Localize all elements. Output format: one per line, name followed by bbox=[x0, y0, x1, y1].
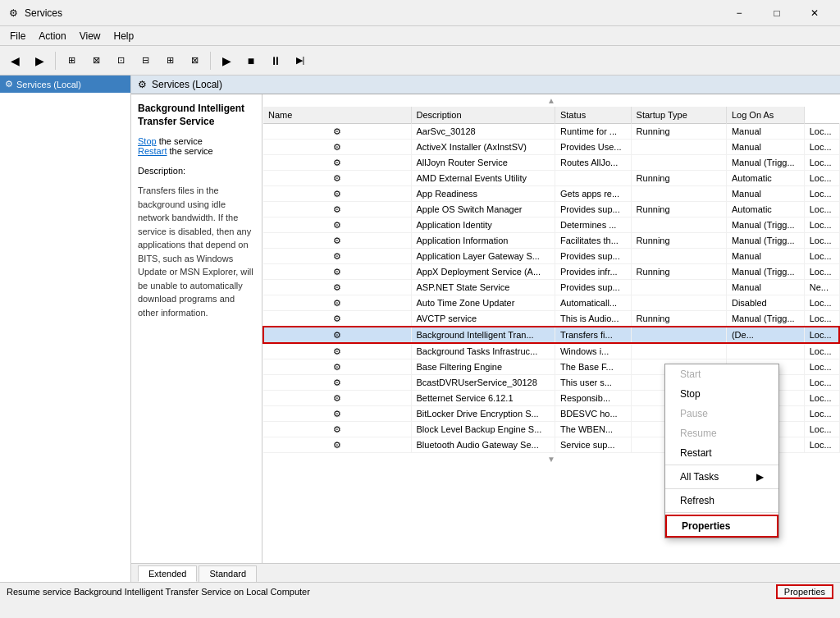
table-row[interactable]: ⚙ AllJoyn Router Service Routes AllJo...… bbox=[263, 155, 839, 171]
service-status bbox=[631, 343, 726, 359]
service-desc: Transfers fi... bbox=[555, 327, 631, 343]
service-desc: The Base F... bbox=[555, 359, 631, 375]
restart-button[interactable]: ▶| bbox=[289, 49, 312, 72]
service-startup: Manual (Trigg... bbox=[726, 155, 804, 171]
service-startup: (De... bbox=[726, 327, 804, 343]
service-startup: Automatic bbox=[726, 171, 804, 186]
table-row[interactable]: ⚙ Application Identity Determines ... Ma… bbox=[263, 217, 839, 233]
service-name: AMD External Events Utility bbox=[411, 171, 555, 186]
service-startup: Manual bbox=[726, 124, 804, 140]
toolbar-btn-4[interactable]: ⊟ bbox=[134, 49, 157, 72]
service-desc: Responsib... bbox=[555, 391, 631, 406]
service-desc: Gets apps re... bbox=[555, 186, 631, 202]
service-logon: Loc... bbox=[804, 391, 839, 406]
menu-action[interactable]: Action bbox=[32, 29, 72, 43]
table-row[interactable]: ⚙ Apple OS Switch Manager Provides sup..… bbox=[263, 202, 839, 217]
restart-link[interactable]: Restart bbox=[138, 146, 167, 156]
ctx-all-tasks[interactable]: All Tasks ▶ bbox=[665, 467, 778, 487]
title-bar-text: Services bbox=[25, 7, 720, 19]
table-row[interactable]: ⚙ ActiveX Installer (AxInstSV) Provides … bbox=[263, 140, 839, 155]
table-row[interactable]: ⚙ AMD External Events Utility Running Au… bbox=[263, 171, 839, 186]
menu-file[interactable]: File bbox=[3, 29, 32, 43]
properties-button[interactable]: Properties bbox=[776, 584, 833, 599]
service-status bbox=[631, 295, 726, 311]
col-desc-header[interactable]: Description bbox=[411, 107, 555, 124]
service-desc: Provides sup... bbox=[555, 280, 631, 295]
table-row[interactable]: ⚙ Application Information Facilitates th… bbox=[263, 233, 839, 249]
service-startup: Manual bbox=[726, 140, 804, 155]
service-desc: Provides sup... bbox=[555, 249, 631, 264]
table-row[interactable]: ⚙ AppX Deployment Service (A... Provides… bbox=[263, 264, 839, 280]
service-name: Background Tasks Infrastruc... bbox=[411, 343, 555, 359]
col-logon-header[interactable]: Log On As bbox=[726, 107, 804, 124]
service-name: Application Layer Gateway S... bbox=[411, 249, 555, 264]
status-text: Resume service Background Intelligent Tr… bbox=[7, 587, 310, 597]
table-row[interactable]: ⚙ Auto Time Zone Updater Automaticall...… bbox=[263, 295, 839, 311]
ctx-stop[interactable]: Stop bbox=[665, 384, 778, 404]
sidebar: ⚙ Services (Local) bbox=[0, 76, 131, 582]
service-icon: ⚙ bbox=[263, 264, 411, 280]
forward-button[interactable]: ▶ bbox=[28, 49, 51, 72]
ctx-start[interactable]: Start bbox=[665, 364, 778, 384]
ctx-pause[interactable]: Pause bbox=[665, 404, 778, 423]
service-logon: Loc... bbox=[804, 171, 839, 186]
services-header-icon: ⚙ bbox=[138, 79, 147, 90]
tab-extended[interactable]: Extended bbox=[138, 565, 197, 582]
sidebar-header[interactable]: ⚙ Services (Local) bbox=[0, 76, 130, 93]
toolbar-sep-1 bbox=[55, 52, 56, 70]
stop-text: the service bbox=[157, 136, 203, 146]
service-name: AppX Deployment Service (A... bbox=[411, 264, 555, 280]
stop-link[interactable]: Stop bbox=[138, 136, 157, 146]
service-icon: ⚙ bbox=[263, 140, 411, 155]
service-logon: Loc... bbox=[804, 327, 839, 343]
service-icon: ⚙ bbox=[263, 155, 411, 171]
ctx-refresh[interactable]: Refresh bbox=[665, 491, 778, 510]
table-row[interactable]: ⚙ Application Layer Gateway S... Provide… bbox=[263, 249, 839, 264]
service-status bbox=[631, 155, 726, 171]
toolbar-btn-1[interactable]: ⊞ bbox=[60, 49, 83, 72]
maximize-button[interactable]: □ bbox=[758, 0, 796, 26]
back-button[interactable]: ◀ bbox=[3, 49, 26, 72]
service-status bbox=[631, 186, 726, 202]
service-status bbox=[631, 140, 726, 155]
table-row[interactable]: ⚙ Background Intelligent Tran... Transfe… bbox=[263, 327, 839, 343]
toolbar-btn-3[interactable]: ⊡ bbox=[109, 49, 132, 72]
service-logon: Loc... bbox=[804, 437, 839, 453]
play-button[interactable]: ▶ bbox=[215, 49, 238, 72]
ctx-restart[interactable]: Restart bbox=[665, 443, 778, 463]
ctx-resume[interactable]: Resume bbox=[665, 423, 778, 443]
table-row[interactable]: ⚙ AVCTP service This is Audio... Running… bbox=[263, 311, 839, 327]
toolbar-btn-5[interactable]: ⊞ bbox=[158, 49, 181, 72]
col-name-header[interactable]: Name bbox=[263, 107, 411, 124]
toolbar-btn-6[interactable]: ⊠ bbox=[183, 49, 206, 72]
service-status bbox=[631, 217, 726, 233]
table-row[interactable]: ⚙ App Readiness Gets apps re... Manual L… bbox=[263, 186, 839, 202]
menu-view[interactable]: View bbox=[73, 29, 107, 43]
ctx-properties[interactable]: Properties bbox=[665, 515, 778, 538]
service-status: Running bbox=[631, 311, 726, 327]
service-desc: Provides infr... bbox=[555, 264, 631, 280]
menu-help[interactable]: Help bbox=[107, 29, 141, 43]
service-desc: Provides Use... bbox=[555, 140, 631, 155]
col-status-header[interactable]: Status bbox=[555, 107, 631, 124]
context-menu[interactable]: Start Stop Pause Resume Restart All Task… bbox=[664, 364, 779, 538]
service-status: Running bbox=[631, 264, 726, 280]
minimize-button[interactable]: − bbox=[720, 0, 758, 26]
service-description: Transfers files in the background using … bbox=[138, 184, 255, 319]
service-icon: ⚙ bbox=[263, 391, 411, 406]
services-table-container[interactable]: ▲ Name Description Status Startup Type L… bbox=[262, 94, 840, 563]
toolbar-btn-2[interactable]: ⊠ bbox=[84, 49, 107, 72]
table-row[interactable]: ⚙ Background Tasks Infrastruc... Windows… bbox=[263, 343, 839, 359]
menu-bar: File Action View Help bbox=[0, 26, 840, 46]
service-startup bbox=[726, 343, 804, 359]
service-logon: Loc... bbox=[804, 422, 839, 437]
close-button[interactable]: ✕ bbox=[796, 0, 833, 26]
service-icon: ⚙ bbox=[263, 124, 411, 140]
pause-button[interactable]: ⏸ bbox=[264, 49, 287, 72]
service-name: BitLocker Drive Encryption S... bbox=[411, 406, 555, 422]
tab-standard[interactable]: Standard bbox=[199, 565, 257, 582]
stop-button[interactable]: ■ bbox=[240, 49, 262, 72]
col-startup-header[interactable]: Startup Type bbox=[631, 107, 726, 124]
table-row[interactable]: ⚙ ASP.NET State Service Provides sup... … bbox=[263, 280, 839, 295]
table-row[interactable]: ⚙ AarSvc_30128 Runtime for ... Running M… bbox=[263, 124, 839, 140]
